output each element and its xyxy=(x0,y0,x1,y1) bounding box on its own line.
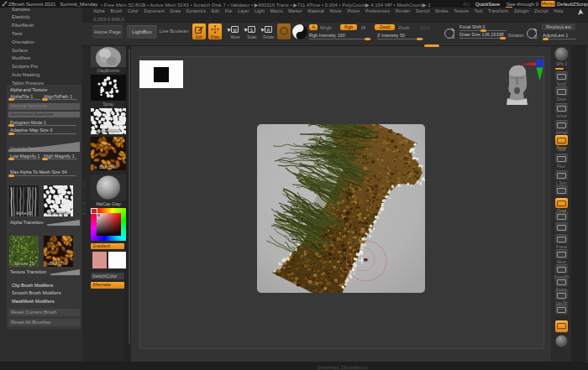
svg-text:D: D xyxy=(534,34,538,39)
svg-text:S: S xyxy=(452,34,455,39)
